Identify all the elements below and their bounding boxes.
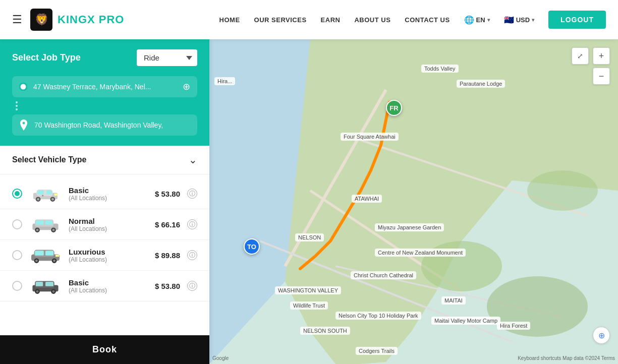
- logo-lion-icon: 🦁: [35, 13, 48, 26]
- vehicle-radio-normal[interactable]: [12, 219, 22, 229]
- vehicle-sub-luxurious: (All Locations): [69, 256, 148, 263]
- language-label: EN: [476, 16, 485, 24]
- vehicle-radio-luxurious[interactable]: [12, 250, 22, 260]
- language-flag: 🌐: [464, 15, 474, 25]
- main-nav: HOME OUR SERVICES EARN ABOUT US CONTACT …: [219, 11, 606, 29]
- vehicle-sub-basic1: (All Locations): [69, 195, 148, 202]
- basic-car-icon: ★: [29, 185, 62, 203]
- pickup-location-icon[interactable]: ⊕: [183, 81, 190, 92]
- vehicle-list: ★ Basic (All Locations) $ 53.80 ⓘ: [0, 174, 209, 306]
- vehicle-price-basic1: $ 53.80: [155, 190, 180, 198]
- svg-rect-14: [45, 220, 52, 225]
- currency-label: USD: [516, 16, 530, 24]
- map-attribution: Google: [212, 355, 229, 361]
- map-label-codgers: Codgers Trails: [356, 347, 398, 355]
- luxurious-car-icon: [29, 246, 62, 264]
- map-label-maitai-valley: Maitai Valley Motor Camp: [431, 317, 500, 325]
- vehicle-info-icon-basic2[interactable]: ⓘ: [187, 281, 197, 291]
- map-label-hira: Hira...: [214, 77, 235, 85]
- header: ☰ 🦁 KINGX PRO HOME OUR SERVICES EARN ABO…: [0, 0, 618, 39]
- nav-services[interactable]: OUR SERVICES: [254, 16, 307, 24]
- map-terms: Keyboard shortcuts Map data ©2024 Terms: [518, 355, 615, 361]
- svg-rect-4: [46, 191, 52, 195]
- svg-rect-21: [35, 251, 44, 256]
- map-label-centre-nz: Centre of New Zealand Monument: [375, 249, 466, 257]
- vehicle-section: Select Vehicle Type ⌄: [0, 146, 209, 335]
- vehicle-info-icon-luxurious[interactable]: ⓘ: [187, 250, 197, 260]
- language-chevron-icon: ▾: [487, 17, 490, 23]
- vehicle-info-icon-basic1[interactable]: ⓘ: [187, 189, 197, 199]
- nav-home[interactable]: HOME: [219, 16, 240, 24]
- vehicle-price-luxurious: $ 89.88: [155, 251, 180, 260]
- vehicle-sub-normal: (All Locations): [69, 225, 148, 232]
- svg-text:★: ★: [41, 194, 44, 197]
- vehicle-image-basic2: [29, 277, 62, 295]
- vehicle-image-basic1: ★: [29, 185, 62, 203]
- vehicle-info-normal: Normal (All Locations): [69, 217, 148, 232]
- map-label-nelson: NELSON: [295, 233, 324, 241]
- map-label-miyazu: Miyazu Japanese Garden: [375, 223, 444, 231]
- map-marker-to: TO: [244, 238, 260, 255]
- vehicle-name-basic1: Basic: [69, 186, 148, 195]
- currency-flag: 🇳🇿: [504, 15, 514, 25]
- vehicle-price-basic2: $ 53.80: [155, 282, 180, 290]
- map-marker-from: FR: [386, 100, 402, 116]
- pickup-address-text: 47 Wastney Terrace, Marybank, Nel...: [33, 83, 177, 91]
- zoom-out-button[interactable]: −: [593, 68, 610, 85]
- language-selector[interactable]: 🌐 EN ▾: [464, 15, 490, 25]
- locate-me-button[interactable]: ⊕: [593, 327, 610, 344]
- svg-point-18: [52, 229, 55, 231]
- fullscreen-button[interactable]: ⤢: [572, 47, 589, 65]
- book-button-container: Book: [0, 335, 209, 364]
- map-label-hira-forest: Hira Forest: [497, 322, 530, 330]
- vehicle-radio-basic1[interactable]: [12, 189, 22, 199]
- map-label-four-square: Four Square Atawhai: [341, 133, 399, 141]
- svg-point-8: [51, 198, 54, 201]
- vehicle-price-normal: $ 66.16: [155, 220, 180, 229]
- normal-car-icon: [29, 215, 62, 233]
- vehicle-info-basic2: Basic (All Locations): [69, 278, 148, 294]
- job-type-select[interactable]: Ride Delivery Courier: [137, 49, 197, 66]
- vehicle-chevron-icon: ⌄: [189, 154, 197, 166]
- vehicle-image-luxurious: [29, 246, 62, 264]
- vehicle-section-label: Select Vehicle Type: [12, 155, 86, 164]
- svg-point-0: [20, 83, 27, 90]
- vehicle-radio-basic2[interactable]: [12, 281, 22, 291]
- job-type-label: Select Job Type: [12, 52, 81, 63]
- basic2-car-icon: [29, 277, 62, 295]
- map-zoom-controls: + −: [593, 47, 610, 85]
- vehicle-item-basic1[interactable]: ★ Basic (All Locations) $ 53.80 ⓘ: [0, 178, 209, 209]
- svg-rect-27: [55, 255, 59, 257]
- logout-button[interactable]: LOGOUT: [548, 11, 606, 29]
- vehicle-item-basic2[interactable]: Basic (All Locations) $ 53.80 ⓘ: [0, 271, 209, 301]
- vehicle-item-luxurious[interactable]: Luxurious (All Locations) $ 89.88 ⓘ: [0, 240, 209, 271]
- svg-point-6: [37, 198, 39, 201]
- map-label-nelson-south: NELSON SOUTH: [300, 327, 350, 335]
- svg-rect-9: [54, 194, 58, 196]
- currency-selector[interactable]: 🇳🇿 USD ▾: [504, 15, 534, 25]
- svg-point-46: [527, 170, 598, 211]
- map-label-atawhai: ATAWHAI: [352, 195, 382, 203]
- nav-earn[interactable]: EARN: [321, 16, 341, 24]
- vehicle-name-luxurious: Luxurious: [69, 248, 148, 256]
- map-label-christ-church: Christ Church Cathedral: [351, 271, 416, 279]
- main-content: Select Job Type Ride Delivery Courier 47…: [0, 39, 618, 364]
- svg-rect-13: [36, 220, 44, 225]
- map-label-wildlife: Wildlife Trust: [290, 301, 328, 310]
- svg-rect-22: [45, 251, 53, 256]
- vehicle-item-normal[interactable]: Normal (All Locations) $ 66.16 ⓘ: [0, 209, 209, 240]
- nav-about[interactable]: ABOUT US: [354, 16, 390, 24]
- dropoff-address-text: 70 Washington Road, Washington Valley,: [34, 121, 190, 129]
- zoom-in-button[interactable]: +: [593, 47, 610, 65]
- fullscreen-icon: ⤢: [577, 52, 583, 60]
- vehicle-type-header[interactable]: Select Vehicle Type ⌄: [0, 146, 209, 174]
- map-label-maitai: MAITAI: [441, 296, 466, 305]
- svg-point-16: [36, 229, 39, 231]
- map-label-washington-valley: WASHINGTON VALLEY: [275, 286, 341, 294]
- hamburger-icon[interactable]: ☰: [12, 13, 22, 26]
- vehicle-info-icon-normal[interactable]: ⓘ: [187, 219, 197, 229]
- address-section: 47 Wastney Terrace, Marybank, Nel... ⊕ 7…: [0, 76, 209, 146]
- svg-rect-30: [36, 282, 43, 286]
- book-button[interactable]: Book: [0, 335, 209, 364]
- nav-contact[interactable]: CONTACT US: [405, 16, 450, 24]
